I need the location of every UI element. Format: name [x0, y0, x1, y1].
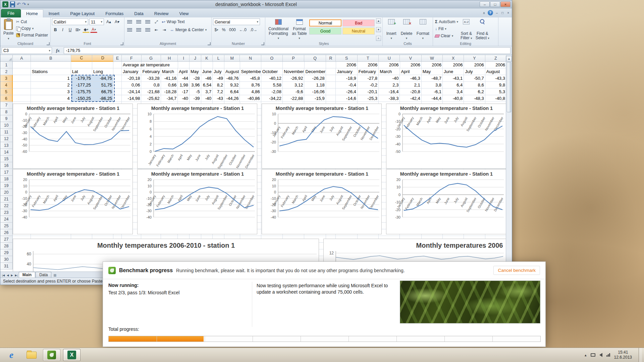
cell-R6[interactable]	[326, 95, 336, 102]
increase-indent-icon[interactable]: ⇥	[161, 27, 168, 33]
column-header-E[interactable]: E	[113, 55, 122, 62]
row-header-30[interactable]: 30	[0, 256, 13, 263]
cell-J3[interactable]: -28	[190, 75, 201, 82]
underline-button[interactable]: U	[67, 26, 73, 33]
chart-s1[interactable]: Monthly average temperature - Station 10…	[13, 104, 133, 169]
cell-A5[interactable]	[13, 88, 31, 95]
alignment-dialog-launcher-icon[interactable]	[208, 42, 211, 45]
ribbon-tab-formulas[interactable]: Formulas	[100, 9, 129, 17]
cell-X1[interactable]: 2006	[443, 62, 464, 68]
styles-scroll-down-icon[interactable]: ▼	[376, 27, 381, 32]
ribbon-tab-insert[interactable]: Insert	[43, 9, 65, 17]
increase-font-icon[interactable]: A▴	[105, 18, 112, 25]
show-hidden-icons-icon[interactable]: ▴	[585, 353, 587, 357]
cell-H4[interactable]: 0,66	[161, 82, 178, 88]
row-header-1[interactable]: 1	[0, 62, 13, 68]
cell-M4[interactable]: 9,32	[224, 82, 240, 88]
comma-style-icon[interactable]: 000	[228, 26, 237, 33]
ribbon-tab-file[interactable]: File	[1, 9, 21, 17]
cell-A6[interactable]	[13, 95, 31, 102]
cell-Q3[interactable]: -26,28	[304, 75, 326, 82]
sheet-tab-main[interactable]: Main	[19, 272, 35, 278]
cell-S6[interactable]: -14,6	[336, 95, 357, 102]
conditional-formatting-button[interactable]: ConditionalFormatting ▾	[267, 18, 290, 41]
row-header-26[interactable]: 26	[0, 229, 13, 236]
cell-P4[interactable]: 3,12	[283, 82, 304, 88]
ribbon-tab-review[interactable]: Review	[149, 9, 174, 17]
cell-L4[interactable]: 8,2	[213, 82, 224, 88]
row-header-25[interactable]: 25	[0, 223, 13, 229]
help-icon[interactable]: ?	[488, 10, 493, 15]
show-desktop-button[interactable]	[639, 348, 642, 362]
column-header-D[interactable]: D	[92, 55, 113, 62]
cell-Q6[interactable]: -15,9	[304, 95, 326, 102]
cell-L5[interactable]: 7,2	[213, 88, 224, 95]
workbook-minimize-icon[interactable]: –	[495, 11, 499, 15]
number-format-select[interactable]: General▾	[213, 18, 260, 25]
row-header-9[interactable]: 9	[0, 115, 13, 122]
cell-N2[interactable]: September	[240, 68, 261, 75]
ribbon-tab-data[interactable]: Data	[129, 9, 149, 17]
italic-button[interactable]: I	[59, 26, 66, 33]
column-header-P[interactable]: P	[283, 55, 304, 62]
cell-Z5[interactable]: 5,3	[485, 88, 506, 95]
cell-Z6[interactable]: -40,8	[485, 95, 506, 102]
cell-O4[interactable]: 5,58	[261, 82, 283, 88]
cell-F5[interactable]: -24,14	[122, 88, 141, 95]
cell-K3[interactable]: -46	[201, 75, 213, 82]
cell-G3[interactable]: -33,28	[141, 75, 161, 82]
cell-V5[interactable]: -20,8	[400, 88, 421, 95]
cell-P1[interactable]	[283, 62, 304, 68]
cell-W5[interactable]: -6,1	[422, 88, 443, 95]
column-header-W[interactable]: W	[422, 55, 443, 62]
fill-button[interactable]: ↓Fill▾	[434, 25, 459, 32]
display-tray-icon[interactable]	[591, 353, 595, 357]
cell-A3[interactable]	[13, 75, 31, 82]
column-header-F[interactable]: F	[122, 55, 141, 62]
cell-N5[interactable]: 4,86	[240, 88, 261, 95]
column-header-N[interactable]: N	[240, 55, 261, 62]
cell-T1[interactable]: 2006	[358, 62, 379, 68]
taskbar-excel-button[interactable]: X	[63, 349, 80, 361]
styles-gallery-expand-icon[interactable]: ≡	[376, 36, 381, 41]
save-icon[interactable]	[10, 1, 15, 7]
cell-C6[interactable]: -150,25	[71, 95, 92, 102]
chart-s6[interactable]: Monthly average temperature - Station 12…	[137, 169, 257, 234]
decrease-font-icon[interactable]: A▾	[113, 18, 121, 25]
redo-icon[interactable]: ↷	[22, 1, 26, 7]
cell-P6[interactable]: -22,88	[283, 95, 304, 102]
cell-Q4[interactable]: 1,18	[304, 82, 326, 88]
ribbon-tab-view[interactable]: View	[174, 9, 194, 17]
cell-Z2[interactable]: August	[485, 68, 506, 75]
first-sheet-icon[interactable]: |◀	[1, 273, 6, 278]
taskbar-ie-button[interactable]: e	[3, 349, 20, 361]
cell-N4[interactable]: 8,76	[240, 82, 261, 88]
row-header-18[interactable]: 18	[0, 176, 13, 182]
cell-U2[interactable]: March	[379, 68, 400, 75]
cell-C3[interactable]: -179,75	[71, 75, 92, 82]
cell-W4[interactable]: 3,8	[422, 82, 443, 88]
copy-button[interactable]: Copy▾	[15, 25, 49, 32]
clear-button[interactable]: Clear▾	[434, 33, 459, 39]
font-name-select[interactable]: Calibri▾	[52, 18, 88, 25]
cell-F1[interactable]: Average air temperature	[122, 62, 142, 68]
cell-G5[interactable]: -21,68	[141, 88, 161, 95]
insert-cells-button[interactable]: + Insert ▾	[384, 18, 398, 41]
cell-O1[interactable]	[261, 62, 283, 68]
volume-icon[interactable]	[599, 353, 602, 357]
cell-K2[interactable]: June	[201, 68, 213, 75]
cell-A1[interactable]	[13, 62, 31, 68]
cell-M3[interactable]: -48,76	[224, 75, 240, 82]
find-select-button[interactable]: Find &Select ▾	[474, 18, 491, 41]
cell-S5[interactable]: -26,4	[336, 88, 357, 95]
cell-D2[interactable]: Long	[92, 68, 113, 75]
cell-P3[interactable]: -26,92	[283, 75, 304, 82]
cell-V3[interactable]: -46,3	[400, 75, 421, 82]
row-header-31[interactable]: 31	[0, 263, 13, 269]
row-header-16[interactable]: 16	[0, 162, 13, 169]
cell-E6[interactable]	[113, 95, 122, 102]
cell-Y3[interactable]: -50,7	[464, 75, 485, 82]
cell-W3[interactable]: -48,7	[422, 75, 443, 82]
decrease-indent-icon[interactable]: ⇤	[153, 27, 160, 33]
cell-X6[interactable]: -40,8	[443, 95, 464, 102]
